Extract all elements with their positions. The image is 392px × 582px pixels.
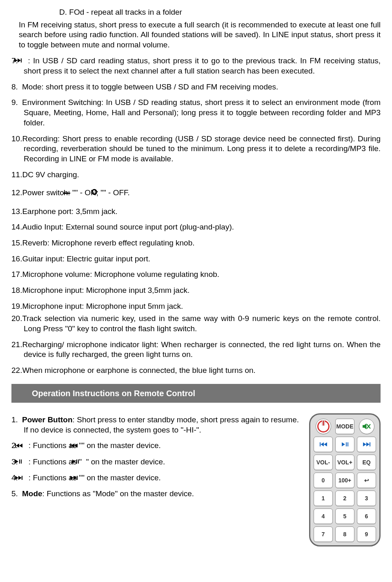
r3-post: " on the master device.	[86, 457, 165, 466]
num-12: 12.	[11, 188, 22, 198]
num-15: 15.	[11, 238, 22, 248]
item-10: 10.Recording: Short press to enable reco…	[11, 134, 381, 164]
remote-100plus-button: 100+	[335, 473, 354, 488]
remote-mute-button	[359, 419, 374, 434]
remote-volminus-button: VOL-	[314, 455, 333, 470]
remote-item-5: 5.Mode: Functions as "Mode" on the maste…	[11, 489, 299, 499]
r1-bold: Power Button	[22, 415, 73, 424]
num-10: 10.	[11, 134, 22, 144]
remote-0-button: 0	[314, 473, 333, 488]
item-16: 16.Guitar input: Electric guitar input p…	[11, 254, 381, 264]
remote-control-image: MODE VOL- VOL+ EQ 0 100+ ↩ 1 2 3 4 5 6 7…	[309, 413, 381, 546]
remote-eq-button: EQ	[357, 455, 376, 470]
item-14: 14.Audio Input: External sound source in…	[11, 222, 381, 232]
text-15: Reverb: Microphone reverb effect regulat…	[22, 239, 194, 247]
num-18: 18.	[11, 285, 22, 296]
remote-3-button: 3	[357, 491, 376, 506]
text-21: Recharging/ microphone indicator light: …	[22, 340, 381, 359]
text-19: Microphone input: Microphone input 5mm j…	[22, 302, 183, 310]
text-18: Microphone input: Microphone input 3,5mm…	[22, 286, 189, 294]
section-header-remote: Operation Instructions on Remote Control	[11, 384, 381, 403]
num-8: 8.	[11, 82, 22, 92]
item-11: 11.DC 9V charging.	[11, 170, 381, 180]
text-12c: " - OFF.	[103, 188, 130, 197]
num-20: 20.	[11, 314, 22, 324]
number-list-remote: 1.Power Button: Short press to enter sta…	[11, 415, 299, 499]
remote-item-3: 3. : Functions as " " on the master devi…	[11, 457, 299, 467]
text-8: Mode: short press it to toggle between U…	[22, 83, 278, 91]
remote-item-1: 1.Power Button: Short press to enter sta…	[11, 415, 299, 435]
remote-8-button: 8	[335, 526, 354, 542]
item-21: 21.Recharging/ microphone indicator ligh…	[11, 340, 381, 360]
item-9: 9.Environment Switching: In USB / SD rea…	[11, 98, 381, 128]
fm-para: In FM receiving status, short press to e…	[19, 20, 381, 50]
item-15: 15.Reverb: Microphone reverb effect regu…	[11, 238, 381, 248]
text-7: : In USB / SD card reading status, short…	[24, 56, 381, 75]
sublist-text: FOd - repeat all tracks in a folder	[69, 8, 182, 16]
number-list-top: 7. : In USB / SD card reading status, sh…	[11, 56, 381, 376]
item-20: 20.Track selection via numeric key, used…	[11, 314, 381, 334]
remote-7-button: 7	[314, 526, 333, 542]
text-20: Track selection via numeric key, used in…	[22, 314, 381, 333]
text-16: Guitar input: Electric guitar input port…	[22, 254, 150, 263]
r5-text: : Functions as "Mode" on the master devi…	[42, 489, 194, 498]
item-7: 7. : In USB / SD card reading status, sh…	[11, 56, 381, 76]
num-16: 16.	[11, 254, 22, 264]
num-17: 17.	[11, 270, 22, 280]
text-12b: " - ON; "	[75, 188, 103, 197]
remote-volplus-button: VOL+	[335, 455, 354, 470]
r4-post: " on the master device.	[82, 473, 161, 482]
remote-5-button: 5	[335, 508, 354, 524]
remote-9-button: 9	[357, 526, 376, 542]
num-21: 21.	[11, 340, 22, 350]
num-11: 11.	[11, 170, 22, 180]
text-14: Audio Input: External sound source input…	[22, 223, 234, 231]
num-22: 22.	[11, 366, 22, 376]
remote-mode-button: MODE	[335, 419, 354, 434]
item-13: 13.Earphone port: 3,5mm jack.	[11, 207, 381, 217]
remote-return-button: ↩	[357, 473, 376, 488]
item-17: 17.Microphone volume: Microphone volume …	[11, 270, 381, 280]
item-12: 12.Power switch: "" - ON; "" - OFF.	[11, 188, 381, 198]
item-18: 18.Microphone input: Microphone input 3,…	[11, 285, 381, 296]
item-19: 19.Microphone input: Microphone input 5m…	[11, 301, 381, 312]
item-8: 8.Mode: short press it to toggle between…	[11, 82, 381, 92]
remote-2-button: 2	[335, 491, 354, 506]
num-14: 14.	[11, 222, 22, 232]
r5-bold: Mode	[22, 489, 42, 498]
item-22: 22.When microphone or earphone is connec…	[11, 366, 381, 376]
sublist-item-d: D. FOd - repeat all tracks in a folder	[59, 7, 381, 18]
num-19: 19.	[11, 301, 22, 312]
text-9: Environment Switching: In USB / SD readi…	[22, 98, 381, 127]
text-10: Recording: Short press to enable recordi…	[22, 134, 381, 163]
text-22: When microphone or earphone is connected…	[22, 366, 255, 375]
remote-6-button: 6	[357, 508, 376, 524]
remote-item-4: 4. : Functions as "" on the master devic…	[11, 473, 299, 483]
text-11: DC 9V charging.	[22, 170, 79, 179]
num-13: 13.	[11, 207, 22, 217]
remote-body: MODE VOL- VOL+ EQ 0 100+ ↩ 1 2 3 4 5 6 7…	[309, 413, 381, 546]
remote-prev-button	[314, 437, 333, 452]
r2-post: " on the master device.	[82, 441, 161, 450]
rnum-1: 1.	[11, 415, 22, 425]
remote-power-button	[316, 419, 331, 434]
remote-next-button	[357, 437, 376, 452]
remote-playpause-button	[335, 437, 354, 452]
rnum-5: 5.	[11, 489, 22, 499]
num-9: 9.	[11, 98, 22, 108]
text-13: Earphone port: 3,5mm jack.	[22, 207, 117, 216]
remote-4-button: 4	[314, 508, 333, 524]
sublist-label: D.	[59, 8, 67, 16]
text-17: Microphone volume: Microphone volume reg…	[22, 270, 219, 279]
remote-1-button: 1	[314, 491, 333, 506]
remote-item-2: 2. : Functions as "" on the master devic…	[11, 441, 299, 451]
